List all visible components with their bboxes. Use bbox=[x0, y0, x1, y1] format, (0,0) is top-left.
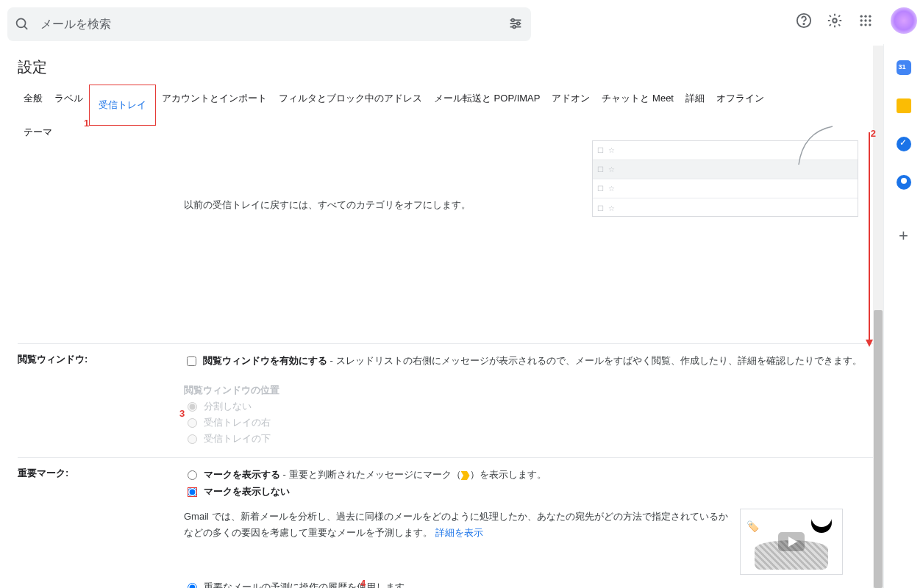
get-addons-icon[interactable]: + bbox=[899, 226, 908, 245]
scrollbar-thumb[interactable] bbox=[874, 310, 883, 588]
svg-line-1 bbox=[24, 26, 27, 29]
svg-point-11 bbox=[860, 15, 863, 18]
content-area: 設定 全般 ラベル 受信トレイ アカウントとインポート フィルタとブロック中のア… bbox=[0, 44, 883, 588]
learn-more-link[interactable]: 詳細を表示 bbox=[435, 527, 483, 538]
tab-general[interactable]: 全般 bbox=[18, 85, 49, 126]
account-avatar[interactable] bbox=[891, 7, 917, 34]
settings-tabs: 全般 ラベル 受信トレイ アカウントとインポート フィルタとブロック中のアドレス… bbox=[0, 85, 883, 146]
reading-pane-pos-below-radio bbox=[188, 434, 197, 444]
reading-pane-pos-none-label: 分割しない bbox=[204, 398, 252, 415]
contacts-app-icon[interactable] bbox=[897, 175, 911, 190]
annotation-arrow bbox=[869, 132, 870, 345]
svg-point-9 bbox=[803, 24, 804, 24]
illustration-curve bbox=[796, 125, 840, 169]
section-reading-pane: 閲覧ウィンドウ: 閲覧ウィンドウを有効にする - スレッドリストの右側にメッセー… bbox=[18, 343, 874, 457]
importance-label: 重要マーク: bbox=[18, 467, 184, 588]
reading-pane-pos-right-label: 受信トレイの右 bbox=[204, 415, 271, 431]
page-title: 設定 bbox=[0, 44, 883, 85]
help-icon[interactable] bbox=[795, 12, 813, 29]
tab-accounts[interactable]: アカウントとインポート bbox=[156, 85, 273, 126]
tab-forwarding[interactable]: メール転送と POP/IMAP bbox=[428, 85, 546, 126]
svg-point-18 bbox=[864, 24, 866, 26]
enable-reading-pane-text: 閲覧ウィンドウを有効にする - スレッドリストの右側にメッセージが表示されるので… bbox=[203, 353, 862, 369]
tasks-app-icon[interactable] bbox=[897, 137, 911, 151]
hide-markers-radio[interactable] bbox=[188, 487, 197, 497]
reading-pane-pos-below-label: 受信トレイの下 bbox=[204, 431, 271, 447]
show-markers-text: マークを表示する - 重要と判断されたメッセージにマーク（）を表示します。 bbox=[204, 467, 546, 483]
tab-filters[interactable]: フィルタとブロック中のアドレス bbox=[273, 85, 428, 126]
reading-pane-pos-none-radio bbox=[188, 402, 197, 412]
calendar-app-icon[interactable] bbox=[897, 60, 911, 75]
svg-point-7 bbox=[513, 25, 516, 28]
tab-inbox-highlight: 受信トレイ bbox=[89, 85, 156, 126]
search-input[interactable] bbox=[30, 17, 507, 32]
tab-addons[interactable]: アドオン bbox=[546, 85, 596, 126]
svg-point-19 bbox=[869, 24, 871, 26]
use-history-radio[interactable] bbox=[188, 583, 197, 588]
importance-video-thumb[interactable]: 🏷️ bbox=[740, 509, 843, 575]
tab-chat[interactable]: チャットと Meet bbox=[596, 85, 680, 126]
reading-pane-position-group: 閲覧ウィンドウの位置 分割しない 受信トレイの右 受信トレイの下 bbox=[184, 382, 874, 447]
topbar-right bbox=[795, 7, 917, 34]
revert-text: 以前の受信トレイに戻すには、すべてのカテゴリをオフにします。 bbox=[184, 198, 471, 212]
svg-point-0 bbox=[17, 18, 26, 27]
svg-point-16 bbox=[869, 19, 871, 21]
inbox-illustration: ☐☆ ☐☆ ☐☆ ☐☆ bbox=[592, 140, 858, 217]
use-history-label: 重要なメールの予測に操作の履歴を使用します。 bbox=[204, 579, 414, 588]
svg-point-5 bbox=[512, 18, 515, 21]
reading-pane-pos-title: 閲覧ウィンドウの位置 bbox=[184, 384, 279, 395]
hide-markers-text: マークを表示しない bbox=[204, 484, 290, 500]
search-box[interactable] bbox=[7, 7, 531, 41]
search-options-icon[interactable] bbox=[507, 15, 524, 34]
reading-pane-label: 閲覧ウィンドウ: bbox=[18, 353, 184, 447]
svg-point-14 bbox=[860, 19, 863, 21]
show-markers-radio[interactable] bbox=[188, 470, 197, 480]
enable-reading-pane-checkbox[interactable] bbox=[187, 356, 196, 366]
tab-inbox[interactable]: 受信トレイ bbox=[96, 93, 149, 118]
svg-point-12 bbox=[864, 15, 866, 18]
tab-advanced[interactable]: 詳細 bbox=[680, 85, 710, 126]
reading-pane-pos-right-radio bbox=[188, 418, 197, 428]
section-importance: 重要マーク: マークを表示する - 重要と判断されたメッセージにマーク（）を表示… bbox=[18, 457, 874, 588]
keep-app-icon[interactable] bbox=[897, 98, 911, 113]
tab-offline[interactable]: オフライン bbox=[710, 85, 770, 126]
play-icon bbox=[778, 532, 805, 551]
svg-point-13 bbox=[869, 15, 871, 18]
search-icon bbox=[15, 16, 30, 32]
right-side-panel: + bbox=[883, 44, 923, 588]
svg-point-17 bbox=[860, 24, 863, 26]
svg-point-15 bbox=[864, 19, 866, 21]
tab-labels[interactable]: ラベル bbox=[49, 85, 89, 126]
svg-point-10 bbox=[833, 18, 837, 23]
top-bar bbox=[0, 0, 923, 44]
gear-icon[interactable] bbox=[826, 12, 844, 29]
scrollbar[interactable] bbox=[873, 46, 883, 588]
apps-icon[interactable] bbox=[857, 12, 874, 29]
svg-point-6 bbox=[517, 22, 520, 25]
importance-marker-icon bbox=[461, 471, 470, 480]
